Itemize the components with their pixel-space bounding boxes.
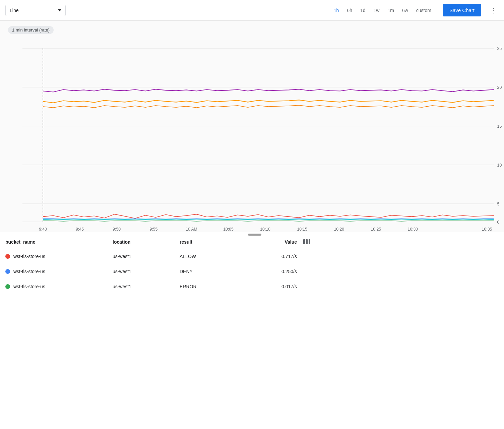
row-2-bucket: wst-tls-store-us: [13, 269, 45, 274]
time-btn-1h[interactable]: 1h: [330, 6, 342, 15]
chart-wrapper: 25 20 15 10 5 0 9:40 9:45 9:50 9:55 10 A…: [5, 38, 504, 232]
svg-text:9:45: 9:45: [76, 227, 84, 232]
svg-text:10:05: 10:05: [223, 227, 234, 232]
col-bucket-name: bucket_name: [5, 239, 113, 245]
row-3-color-dot: [5, 284, 10, 289]
chevron-down-icon: [58, 9, 61, 11]
col-value: Value: [247, 239, 297, 245]
columns-icon[interactable]: [297, 239, 310, 245]
row-1-name: wst-tls-store-us: [5, 254, 113, 259]
col-result: result: [180, 239, 247, 245]
row-2-location: us-west1: [113, 269, 180, 274]
svg-text:10:30: 10:30: [408, 227, 418, 232]
row-1-result: ALLOW: [180, 254, 247, 259]
save-chart-button[interactable]: Save Chart: [443, 4, 481, 16]
time-btn-1m[interactable]: 1m: [384, 6, 397, 15]
legend-header: bucket_name location result Value: [0, 235, 504, 249]
svg-text:9:40: 9:40: [39, 227, 47, 232]
legend-row: wst-tls-store-us us-west1 ERROR 0.017/s: [0, 279, 504, 294]
svg-text:10:10: 10:10: [260, 227, 270, 232]
col-location: location: [113, 239, 180, 245]
row-2-result: DENY: [180, 269, 247, 274]
row-1-bucket: wst-tls-store-us: [13, 254, 45, 259]
row-1-color-dot: [5, 254, 10, 259]
svg-text:5: 5: [497, 202, 500, 206]
svg-text:10:35: 10:35: [482, 227, 492, 232]
chart-type-dropdown[interactable]: Line: [5, 5, 66, 16]
chart-area: 1 min interval (rate) 25 20 15 10 5 0 9:…: [0, 21, 504, 232]
interval-badge: 1 min interval (rate): [8, 26, 54, 34]
svg-text:15: 15: [497, 124, 502, 129]
time-btn-custom[interactable]: custom: [413, 6, 435, 15]
row-3-value: 0.017/s: [247, 284, 297, 289]
scroll-handle[interactable]: [248, 234, 261, 236]
row-2-name: wst-tls-store-us: [5, 269, 113, 274]
row-3-bucket: wst-tls-store-us: [13, 284, 45, 289]
row-3-location: us-west1: [113, 284, 180, 289]
chart-type-label: Line: [10, 8, 18, 13]
svg-text:10:25: 10:25: [371, 227, 381, 232]
row-3-result: ERROR: [180, 284, 247, 289]
svg-text:10:20: 10:20: [334, 227, 344, 232]
toolbar: Line 1h 6h 1d 1w 1m 6w custom Save Chart…: [0, 0, 504, 21]
legend-table: bucket_name location result Value wst-tl…: [0, 235, 504, 294]
svg-text:9:55: 9:55: [149, 227, 158, 232]
svg-text:25: 25: [497, 46, 502, 51]
row-2-color-dot: [5, 269, 10, 274]
svg-text:10 AM: 10 AM: [186, 227, 197, 232]
time-btn-6w[interactable]: 6w: [399, 6, 412, 15]
svg-text:0: 0: [497, 220, 500, 225]
row-2-value: 0.250/s: [247, 269, 297, 274]
row-1-value: 0.717/s: [247, 254, 297, 259]
time-btn-6h[interactable]: 6h: [343, 6, 356, 15]
svg-text:20: 20: [497, 85, 502, 90]
time-btn-1w[interactable]: 1w: [370, 6, 383, 15]
time-btn-1d[interactable]: 1d: [357, 6, 369, 15]
svg-text:10:15: 10:15: [297, 227, 307, 232]
legend-row: wst-tls-store-us us-west1 ALLOW 0.717/s: [0, 249, 504, 264]
legend-row: wst-tls-store-us us-west1 DENY 0.250/s: [0, 264, 504, 279]
row-1-location: us-west1: [113, 254, 180, 259]
chart-svg: 25 20 15 10 5 0 9:40 9:45 9:50 9:55 10 A…: [5, 38, 504, 232]
row-3-name: wst-tls-store-us: [5, 284, 113, 289]
time-controls: 1h 6h 1d 1w 1m 6w custom: [330, 6, 435, 15]
more-options-button[interactable]: ⋮: [488, 4, 499, 16]
svg-text:9:50: 9:50: [113, 227, 121, 232]
svg-text:10: 10: [497, 163, 502, 168]
